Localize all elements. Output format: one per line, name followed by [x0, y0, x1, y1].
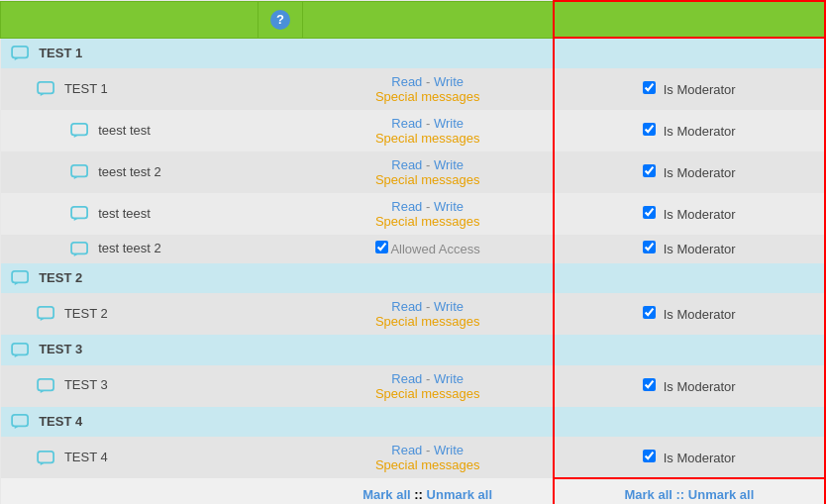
subforum-row: teest test Read - Write Special messages… [1, 110, 826, 151]
perm-special: Special messages [313, 131, 543, 146]
footer-mod-unmark-all[interactable]: Unmark all [688, 487, 754, 502]
footer-row: Mark all :: Unmark all Mark all :: Unmar… [1, 478, 826, 504]
group-perm-cell [303, 335, 554, 365]
group-perm-cell [303, 263, 554, 294]
perm-special: Special messages [313, 172, 543, 187]
is-moderator-label: Is Moderator [643, 307, 736, 322]
subforum-perm-cell: Read - Write Special messages [303, 365, 554, 407]
subforum-row: TEST 2 Read - Write Special messages Is … [1, 293, 826, 335]
svg-rect-22 [38, 451, 53, 462]
is-moderator-checkbox[interactable] [643, 241, 656, 253]
group-row: TEST 1 [1, 38, 826, 68]
subforum-name: TEST 3 [64, 377, 108, 392]
svg-rect-2 [38, 82, 53, 94]
group-mod-cell [554, 407, 825, 438]
perm-dash: - [422, 74, 434, 89]
group-name: TEST 2 [39, 270, 82, 285]
subforum-icon [70, 206, 90, 222]
subforum-row: TEST 1 Read - Write Special messages Is … [1, 68, 826, 110]
perm-dash: - [422, 371, 434, 386]
subforum-icon [37, 451, 56, 466]
svg-marker-7 [73, 177, 77, 180]
forum-icon [11, 343, 31, 358]
perm-dash: - [422, 199, 434, 214]
footer-mod-mark-cell: Mark all :: Unmark all [554, 478, 825, 504]
svg-marker-1 [14, 58, 18, 61]
subforum-perm-cell: Read - Write Special messages [303, 437, 554, 478]
footer-empty [1, 478, 303, 504]
subforum-icon [37, 81, 56, 97]
perm-read: Read [391, 443, 422, 457]
footer-sep: :: [411, 487, 427, 502]
svg-rect-0 [12, 47, 28, 58]
group-name: TEST 1 [39, 46, 82, 60]
allowed-access-checkbox[interactable] [375, 241, 388, 253]
perm-read: Read [391, 116, 422, 131]
group-forum-name: TEST 1 [1, 38, 303, 68]
group-mod-cell [554, 38, 825, 68]
subforum-mod-cell: Is Moderator [554, 235, 825, 263]
perm-special: Special messages [313, 386, 543, 401]
help-button[interactable]: ? [258, 1, 303, 38]
subforum-row: test teest Read - Write Special messages… [1, 193, 826, 235]
subforum-mod-cell: Is Moderator [554, 68, 825, 110]
group-row: TEST 3 [1, 335, 826, 365]
forum-icon [11, 46, 31, 61]
svg-rect-8 [71, 207, 87, 219]
subforum-name: teest test [98, 123, 151, 138]
perm-read: Read [391, 299, 422, 314]
question-icon[interactable]: ? [270, 10, 290, 30]
perm-dash: - [422, 157, 434, 172]
footer-mark-all[interactable]: Mark all [362, 487, 410, 502]
is-moderator-checkbox[interactable] [643, 450, 656, 462]
footer-mod-sep: :: [672, 487, 688, 502]
svg-rect-12 [12, 271, 28, 283]
perm-read: Read [391, 157, 422, 172]
subforum-name: test teest 2 [98, 241, 161, 255]
subforum-name-cell: test teest [1, 193, 303, 235]
subforum-mod-cell: Is Moderator [554, 365, 825, 407]
subforum-perm-cell: Read - Write Special messages [303, 68, 554, 110]
subforum-name-cell: TEST 1 [1, 68, 303, 110]
is-moderator-checkbox[interactable] [643, 206, 656, 219]
svg-rect-16 [12, 344, 28, 355]
subforum-name-cell: teest test [1, 110, 303, 151]
group-perm-cell [303, 38, 554, 68]
perm-read: Read [391, 74, 422, 89]
subforum-row: teest test 2 Read - Write Special messag… [1, 151, 826, 193]
allowed-access-label: Allowed Access [375, 242, 480, 256]
subforum-perm-cell: Read - Write Special messages [303, 293, 554, 335]
footer-mod-mark-all[interactable]: Mark all [624, 487, 671, 502]
is-moderator-label: Is Moderator [643, 379, 736, 394]
is-moderator-label: Is Moderator [643, 242, 736, 256]
svg-rect-6 [71, 165, 87, 177]
perm-special: Special messages [313, 314, 543, 329]
subforum-perm-cell: Allowed Access [303, 235, 554, 263]
perm-special: Special messages [313, 89, 543, 104]
subforum-mod-cell: Is Moderator [554, 437, 825, 478]
subforum-mod-cell: Is Moderator [554, 151, 825, 193]
footer-unmark-all[interactable]: Unmark all [427, 487, 492, 502]
footer-mark-cell: Mark all :: Unmark all [303, 478, 554, 504]
is-moderator-checkbox[interactable] [643, 123, 656, 136]
is-moderator-label: Is Moderator [643, 451, 736, 465]
svg-marker-5 [73, 136, 77, 139]
permissions-table-wrapper: ? TEST 1 TEST 1 Read - Write Special mes… [0, 0, 826, 504]
is-moderator-label: Is Moderator [643, 124, 736, 139]
group-mod-cell [554, 335, 825, 365]
svg-rect-14 [38, 307, 53, 319]
svg-rect-10 [71, 243, 87, 254]
is-moderator-checkbox[interactable] [643, 306, 656, 319]
is-moderator-checkbox[interactable] [643, 81, 656, 94]
subforum-name-cell: TEST 2 [1, 293, 303, 335]
subforum-mod-cell: Is Moderator [554, 293, 825, 335]
perm-read: Read [391, 199, 422, 214]
perm-write: Write [434, 157, 464, 172]
is-moderator-checkbox[interactable] [643, 378, 656, 391]
perm-write: Write [434, 299, 464, 314]
group-name: TEST 3 [39, 342, 82, 356]
subforum-perm-cell: Read - Write Special messages [303, 193, 554, 235]
is-moderator-checkbox[interactable] [643, 164, 656, 177]
perm-write: Write [434, 116, 464, 131]
perm-write: Write [434, 74, 464, 89]
